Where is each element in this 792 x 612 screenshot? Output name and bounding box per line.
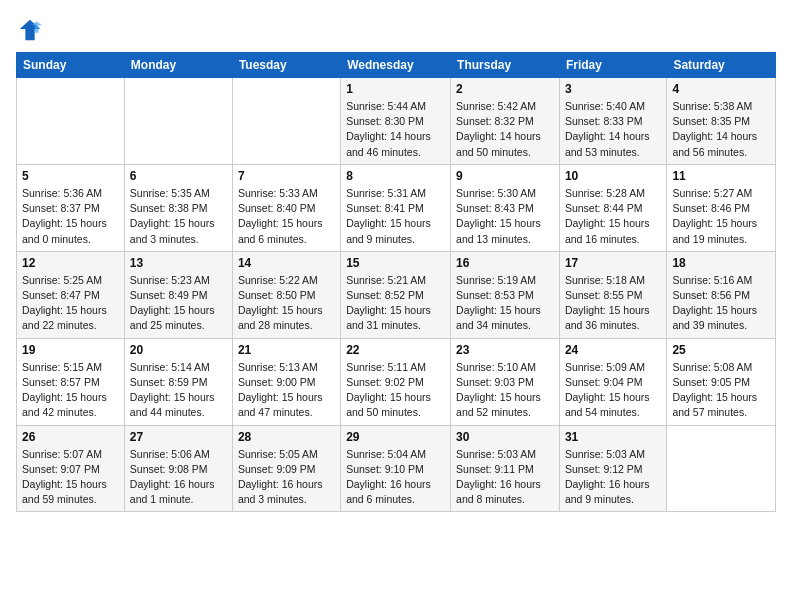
day-info: Sunrise: 5:25 AMSunset: 8:47 PMDaylight:… (22, 273, 119, 334)
day-info: Sunrise: 5:44 AMSunset: 8:30 PMDaylight:… (346, 99, 445, 160)
calendar-cell: 13Sunrise: 5:23 AMSunset: 8:49 PMDayligh… (124, 251, 232, 338)
day-info: Sunrise: 5:28 AMSunset: 8:44 PMDaylight:… (565, 186, 661, 247)
day-info: Sunrise: 5:08 AMSunset: 9:05 PMDaylight:… (672, 360, 770, 421)
calendar-cell (667, 425, 776, 512)
day-number: 11 (672, 169, 770, 183)
calendar-cell: 11Sunrise: 5:27 AMSunset: 8:46 PMDayligh… (667, 164, 776, 251)
page-header (16, 16, 776, 44)
calendar-cell: 31Sunrise: 5:03 AMSunset: 9:12 PMDayligh… (559, 425, 666, 512)
calendar-cell: 18Sunrise: 5:16 AMSunset: 8:56 PMDayligh… (667, 251, 776, 338)
weekday-header-saturday: Saturday (667, 53, 776, 78)
calendar-cell (124, 78, 232, 165)
day-number: 27 (130, 430, 227, 444)
calendar-week-row: 5Sunrise: 5:36 AMSunset: 8:37 PMDaylight… (17, 164, 776, 251)
day-number: 18 (672, 256, 770, 270)
weekday-header-row: SundayMondayTuesdayWednesdayThursdayFrid… (17, 53, 776, 78)
day-number: 3 (565, 82, 661, 96)
calendar-cell: 29Sunrise: 5:04 AMSunset: 9:10 PMDayligh… (341, 425, 451, 512)
day-number: 9 (456, 169, 554, 183)
weekday-header-tuesday: Tuesday (232, 53, 340, 78)
day-number: 31 (565, 430, 661, 444)
day-info: Sunrise: 5:21 AMSunset: 8:52 PMDaylight:… (346, 273, 445, 334)
weekday-header-wednesday: Wednesday (341, 53, 451, 78)
weekday-header-sunday: Sunday (17, 53, 125, 78)
day-info: Sunrise: 5:23 AMSunset: 8:49 PMDaylight:… (130, 273, 227, 334)
day-info: Sunrise: 5:13 AMSunset: 9:00 PMDaylight:… (238, 360, 335, 421)
day-info: Sunrise: 5:19 AMSunset: 8:53 PMDaylight:… (456, 273, 554, 334)
day-info: Sunrise: 5:31 AMSunset: 8:41 PMDaylight:… (346, 186, 445, 247)
day-number: 28 (238, 430, 335, 444)
calendar-cell (17, 78, 125, 165)
calendar-table: SundayMondayTuesdayWednesdayThursdayFrid… (16, 52, 776, 512)
weekday-header-friday: Friday (559, 53, 666, 78)
calendar-cell: 22Sunrise: 5:11 AMSunset: 9:02 PMDayligh… (341, 338, 451, 425)
day-number: 17 (565, 256, 661, 270)
day-info: Sunrise: 5:16 AMSunset: 8:56 PMDaylight:… (672, 273, 770, 334)
day-number: 26 (22, 430, 119, 444)
day-number: 25 (672, 343, 770, 357)
day-info: Sunrise: 5:05 AMSunset: 9:09 PMDaylight:… (238, 447, 335, 508)
logo (16, 16, 48, 44)
day-info: Sunrise: 5:03 AMSunset: 9:12 PMDaylight:… (565, 447, 661, 508)
day-info: Sunrise: 5:27 AMSunset: 8:46 PMDaylight:… (672, 186, 770, 247)
calendar-cell: 28Sunrise: 5:05 AMSunset: 9:09 PMDayligh… (232, 425, 340, 512)
calendar-cell: 2Sunrise: 5:42 AMSunset: 8:32 PMDaylight… (451, 78, 560, 165)
day-number: 16 (456, 256, 554, 270)
calendar-cell: 1Sunrise: 5:44 AMSunset: 8:30 PMDaylight… (341, 78, 451, 165)
day-number: 7 (238, 169, 335, 183)
day-info: Sunrise: 5:35 AMSunset: 8:38 PMDaylight:… (130, 186, 227, 247)
calendar-cell: 27Sunrise: 5:06 AMSunset: 9:08 PMDayligh… (124, 425, 232, 512)
calendar-week-row: 12Sunrise: 5:25 AMSunset: 8:47 PMDayligh… (17, 251, 776, 338)
calendar-cell: 25Sunrise: 5:08 AMSunset: 9:05 PMDayligh… (667, 338, 776, 425)
calendar-cell: 9Sunrise: 5:30 AMSunset: 8:43 PMDaylight… (451, 164, 560, 251)
day-number: 8 (346, 169, 445, 183)
calendar-week-row: 19Sunrise: 5:15 AMSunset: 8:57 PMDayligh… (17, 338, 776, 425)
day-number: 10 (565, 169, 661, 183)
calendar-week-row: 1Sunrise: 5:44 AMSunset: 8:30 PMDaylight… (17, 78, 776, 165)
day-number: 20 (130, 343, 227, 357)
day-number: 4 (672, 82, 770, 96)
calendar-cell: 17Sunrise: 5:18 AMSunset: 8:55 PMDayligh… (559, 251, 666, 338)
day-info: Sunrise: 5:30 AMSunset: 8:43 PMDaylight:… (456, 186, 554, 247)
calendar-cell: 5Sunrise: 5:36 AMSunset: 8:37 PMDaylight… (17, 164, 125, 251)
weekday-header-monday: Monday (124, 53, 232, 78)
day-number: 29 (346, 430, 445, 444)
day-number: 6 (130, 169, 227, 183)
day-info: Sunrise: 5:33 AMSunset: 8:40 PMDaylight:… (238, 186, 335, 247)
day-number: 22 (346, 343, 445, 357)
calendar-cell: 20Sunrise: 5:14 AMSunset: 8:59 PMDayligh… (124, 338, 232, 425)
day-info: Sunrise: 5:14 AMSunset: 8:59 PMDaylight:… (130, 360, 227, 421)
day-number: 15 (346, 256, 445, 270)
calendar-cell: 8Sunrise: 5:31 AMSunset: 8:41 PMDaylight… (341, 164, 451, 251)
day-info: Sunrise: 5:22 AMSunset: 8:50 PMDaylight:… (238, 273, 335, 334)
day-number: 19 (22, 343, 119, 357)
day-number: 12 (22, 256, 119, 270)
day-number: 13 (130, 256, 227, 270)
calendar-cell: 3Sunrise: 5:40 AMSunset: 8:33 PMDaylight… (559, 78, 666, 165)
calendar-cell: 19Sunrise: 5:15 AMSunset: 8:57 PMDayligh… (17, 338, 125, 425)
day-info: Sunrise: 5:40 AMSunset: 8:33 PMDaylight:… (565, 99, 661, 160)
calendar-cell: 30Sunrise: 5:03 AMSunset: 9:11 PMDayligh… (451, 425, 560, 512)
calendar-cell: 23Sunrise: 5:10 AMSunset: 9:03 PMDayligh… (451, 338, 560, 425)
day-number: 24 (565, 343, 661, 357)
day-number: 2 (456, 82, 554, 96)
day-info: Sunrise: 5:09 AMSunset: 9:04 PMDaylight:… (565, 360, 661, 421)
day-info: Sunrise: 5:15 AMSunset: 8:57 PMDaylight:… (22, 360, 119, 421)
day-number: 21 (238, 343, 335, 357)
calendar-cell: 21Sunrise: 5:13 AMSunset: 9:00 PMDayligh… (232, 338, 340, 425)
day-info: Sunrise: 5:04 AMSunset: 9:10 PMDaylight:… (346, 447, 445, 508)
calendar-cell: 10Sunrise: 5:28 AMSunset: 8:44 PMDayligh… (559, 164, 666, 251)
calendar-week-row: 26Sunrise: 5:07 AMSunset: 9:07 PMDayligh… (17, 425, 776, 512)
day-info: Sunrise: 5:06 AMSunset: 9:08 PMDaylight:… (130, 447, 227, 508)
day-number: 1 (346, 82, 445, 96)
day-info: Sunrise: 5:36 AMSunset: 8:37 PMDaylight:… (22, 186, 119, 247)
calendar-cell: 7Sunrise: 5:33 AMSunset: 8:40 PMDaylight… (232, 164, 340, 251)
day-info: Sunrise: 5:38 AMSunset: 8:35 PMDaylight:… (672, 99, 770, 160)
logo-icon (16, 16, 44, 44)
calendar-cell: 16Sunrise: 5:19 AMSunset: 8:53 PMDayligh… (451, 251, 560, 338)
day-info: Sunrise: 5:42 AMSunset: 8:32 PMDaylight:… (456, 99, 554, 160)
day-number: 14 (238, 256, 335, 270)
day-info: Sunrise: 5:10 AMSunset: 9:03 PMDaylight:… (456, 360, 554, 421)
calendar-cell: 4Sunrise: 5:38 AMSunset: 8:35 PMDaylight… (667, 78, 776, 165)
day-number: 23 (456, 343, 554, 357)
